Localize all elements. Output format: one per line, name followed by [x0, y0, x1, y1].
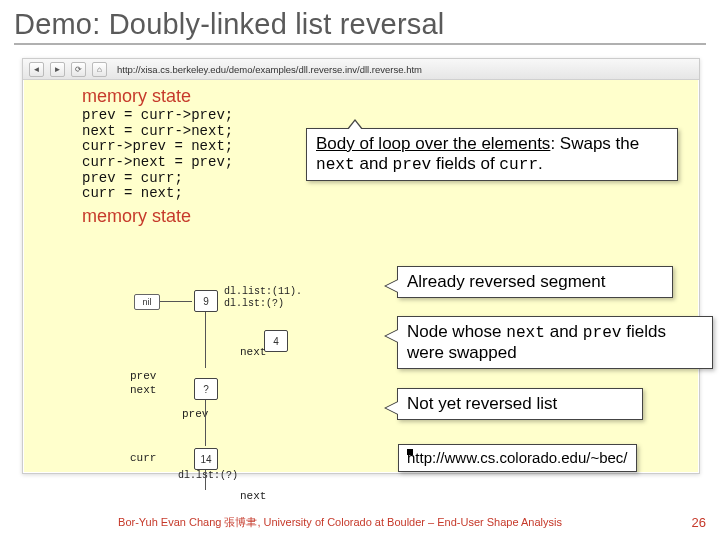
back-button[interactable]: ◄	[29, 62, 44, 77]
callout-not-yet: Not yet reversed list	[397, 388, 643, 420]
nil-box-1: nil	[134, 294, 160, 310]
browser-toolbar: ◄ ► ⟳ ⌂ http://xisa.cs.berkeley.edu/demo…	[23, 59, 699, 80]
node-q: ?	[194, 378, 218, 400]
url-text: http://xisa.cs.berkeley.edu/demo/example…	[117, 64, 422, 75]
title-underline	[14, 43, 706, 45]
callout-body: Body of loop over the elements: Swaps th…	[306, 128, 678, 181]
callout-already-reversed: Already reversed segment	[397, 266, 673, 298]
memory-state-heading-1: memory state	[82, 86, 191, 107]
node-4: 4	[264, 330, 288, 352]
callout-url: http://www.cs.colorado.edu/~bec/	[398, 444, 637, 472]
callout-node-swapped: Node whose next and prev fields were swa…	[397, 316, 713, 369]
memory-state-heading-2: memory state	[82, 206, 191, 227]
slide-attribution: Bor-Yuh Evan Chang 張博聿, University of Co…	[0, 515, 680, 530]
node-14: 14	[194, 448, 218, 470]
content-area: ◄ ► ⟳ ⌂ http://xisa.cs.berkeley.edu/demo…	[22, 58, 698, 478]
next-label-3: next	[240, 490, 266, 502]
slide-title: Demo: Doubly-linked list reversal	[0, 0, 720, 43]
node-9: 9	[194, 290, 218, 312]
prev-label-1: prev	[130, 370, 156, 382]
next-label-2: next	[130, 384, 156, 396]
next-label-1: next	[240, 346, 266, 358]
dl-annot-9b: dl.lst:(?)	[224, 298, 284, 309]
home-button[interactable]: ⌂	[92, 62, 107, 77]
dl-annot-14: dl.lst:(?)	[178, 470, 238, 481]
code-block: prev = curr->prev; next = curr->next; cu…	[82, 108, 233, 202]
forward-button[interactable]: ►	[50, 62, 65, 77]
dl-annot-9: dl.list:(11).	[224, 286, 302, 297]
memory-diagram: 9 nil dl.list:(11). dl.lst:(?) 4 next ? …	[64, 230, 394, 480]
callout-body-title: Body of loop over the elements	[316, 134, 550, 153]
reload-button[interactable]: ⟳	[71, 62, 86, 77]
curr-label: curr	[130, 452, 156, 464]
page-number: 26	[692, 515, 706, 530]
